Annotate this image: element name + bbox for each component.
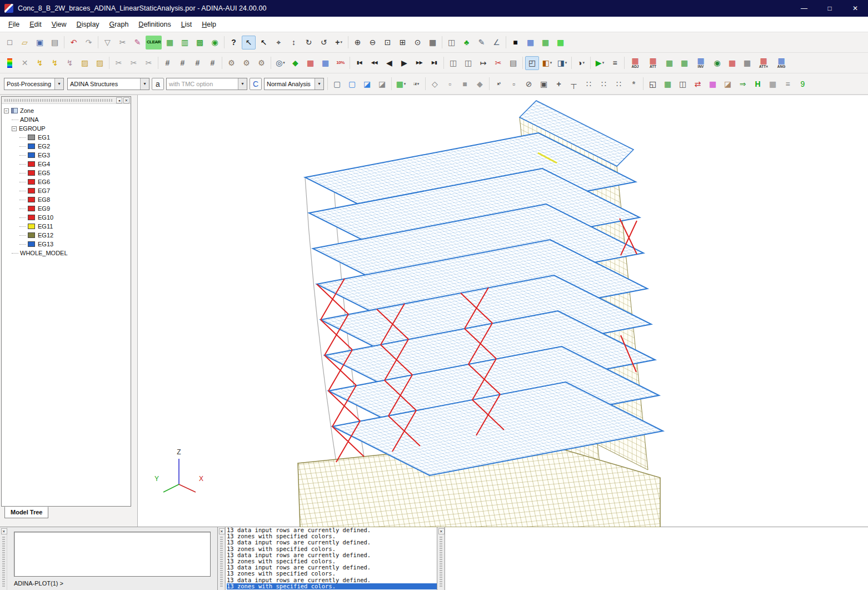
module-select[interactable]: ADINA Structures▾ [67,78,149,90]
batch-icon[interactable]: ▤ [48,36,62,49]
color-group-icon[interactable]: ▦▾ [394,77,408,91]
swap-icon[interactable]: ⇄ [691,77,705,91]
highlight-mode-icon[interactable]: ◧▾ [540,56,554,70]
menu-item-definitions[interactable]: Definitions [133,21,176,28]
log-panel-grip[interactable]: ✕ [218,527,225,590]
command-panel-close-button[interactable]: ✕ [1,528,7,534]
mesh-rotate-icon[interactable]: # [176,56,189,70]
grid-bright-icon[interactable]: ▦ [553,36,567,49]
export-icon[interactable]: ↦ [476,56,490,70]
animate-icon[interactable]: ♣ [460,36,473,49]
tree-item-eg2[interactable]: EG2 [4,142,131,151]
diamond-icon[interactable]: ◆ [473,77,487,91]
elem-grid-icon[interactable]: ▦ [677,56,691,70]
cut-icon[interactable]: ✂ [116,36,129,49]
sort-z-icon[interactable]: ↓z▾ [409,77,423,91]
lightning-icon[interactable]: ↯ [33,56,47,70]
zoom-window-icon[interactable]: ⊡ [381,36,395,49]
gear-up-icon[interactable]: ⚙ [240,56,253,70]
color-mesh-icon[interactable]: ▥ [178,36,192,49]
trace-icon[interactable]: ◎▾ [273,56,287,70]
tree-item-eg7[interactable]: EG7 [4,186,131,195]
band-plot-icon[interactable]: ▩ [193,36,207,49]
mesh-scale-icon[interactable]: # [206,56,220,70]
node-box-icon[interactable]: ▫ [507,77,521,91]
subframe-icon[interactable]: ▫ [443,77,457,91]
viewport-grid-icon[interactable]: ▦ [661,77,675,91]
cutplane-x-icon[interactable]: ✂ [127,56,141,70]
minimize-button[interactable]: — [791,0,817,17]
clear-frame-icon[interactable]: CLEAR [146,36,162,49]
clear-band-icon[interactable]: ✕ [18,56,32,70]
mesh-window-icon[interactable]: # [161,56,174,70]
menu-item-graph[interactable]: Graph [104,21,134,28]
color-matrix-icon[interactable]: ▦ [706,77,720,91]
movie-load-icon[interactable]: ◫ [446,56,460,70]
tree-item-adina[interactable]: ADINA [4,115,131,124]
x1-icon[interactable]: x¹ [492,77,506,91]
tree-close-button[interactable]: ✕ [123,97,129,103]
pick-translate-icon[interactable]: ↕ [287,36,301,49]
solid-icon[interactable]: ◆ [288,56,302,70]
tmc-option-select[interactable]: with TMC option▾ [166,78,247,90]
command-input[interactable] [14,532,211,577]
slope-icon[interactable]: ∠ [490,36,503,49]
align-icon[interactable]: ⇒ [736,77,750,91]
tree-item-eg4[interactable]: EG4 [4,160,131,168]
table-blue-icon[interactable]: ▦ [523,36,537,49]
depict-mode-icon[interactable]: ◨▾ [555,56,569,70]
mesh-plot-icon[interactable]: ▦ [163,36,177,49]
menu-item-list[interactable]: List [176,21,197,28]
close-button[interactable]: ✕ [842,0,868,17]
lightning-gray-icon[interactable]: ↯ [63,56,77,70]
transparent-view-icon[interactable]: ◪ [360,77,374,91]
film-icon[interactable]: ▤ [506,56,520,70]
shaded-view-icon[interactable]: ▢ [345,77,359,91]
menu-item-file[interactable]: File [3,21,24,28]
zoom-all-icon[interactable]: ⊙ [411,36,425,49]
tree-item-zone[interactable]: −Zone [4,106,131,115]
measure-icon[interactable]: ✎ [475,36,488,49]
tree-expander-icon[interactable]: − [4,108,9,113]
save-icon[interactable]: ▣ [33,36,47,49]
table-green-icon[interactable]: ▦ [538,36,552,49]
a-icon[interactable]: a [152,78,164,90]
cutplane-icon[interactable]: ✂ [112,56,126,70]
model-viewport[interactable]: Z X Y [138,95,868,527]
eraser-icon[interactable]: ◪ [721,77,735,91]
analysis-select[interactable]: Normal Analysis▾ [264,78,324,90]
attx-icon[interactable]: ▦ATT× [755,56,772,70]
camera-add-icon[interactable]: ◫ [676,77,690,91]
log-panel-close-button[interactable]: ✕ [219,528,225,534]
orientation-icon[interactable]: ◇ [428,77,442,91]
log-line[interactable]: 13 data input rows are currently defined… [227,539,437,546]
zoom-fit-icon[interactable]: ⊞ [396,36,410,49]
model-tree-tab[interactable]: Model Tree [4,507,48,518]
hazard-alt-icon[interactable]: ▨ [93,56,107,70]
snapshot-icon[interactable]: ◫ [445,36,458,49]
origin-box-icon[interactable]: ▣ [537,77,551,91]
undo-icon[interactable]: ↶ [67,36,81,49]
zoom-out-icon[interactable]: ⊖ [366,36,380,49]
hbars-icon[interactable]: H [751,77,765,91]
fast-back-icon[interactable]: ◀◀ [367,56,381,70]
dynamic-resize-icon[interactable]: ▦ [426,36,440,49]
step-back-icon[interactable]: ◀ [382,56,396,70]
pointer-icon[interactable]: ↖ [242,36,256,49]
pick-spin-icon[interactable]: ↺ [317,36,331,49]
menu-item-help[interactable]: Help [197,21,221,28]
node-grid-icon[interactable]: ▦ [662,56,676,70]
clipped-icon[interactable]: 9 [796,77,810,91]
log-output[interactable]: 13 data input rows are currently defined… [225,527,437,590]
list-icon[interactable]: ≡ [608,56,622,70]
flat-view-icon[interactable]: ◪ [375,77,389,91]
select-window-icon[interactable]: ◰ [525,56,539,70]
layers-icon[interactable]: ≡ [781,77,795,91]
grid-blue-icon[interactable]: ▦ [318,56,332,70]
inv-icon[interactable]: ▦INV [692,56,709,70]
hazard-icon[interactable]: ▨ [78,56,92,70]
pick-rotate-icon[interactable]: ↻ [302,36,316,49]
origin-icon[interactable]: ⊘ [522,77,536,91]
fast-forward-icon[interactable]: ▶▶ [412,56,426,70]
tree-expander-icon[interactable]: − [12,126,17,131]
